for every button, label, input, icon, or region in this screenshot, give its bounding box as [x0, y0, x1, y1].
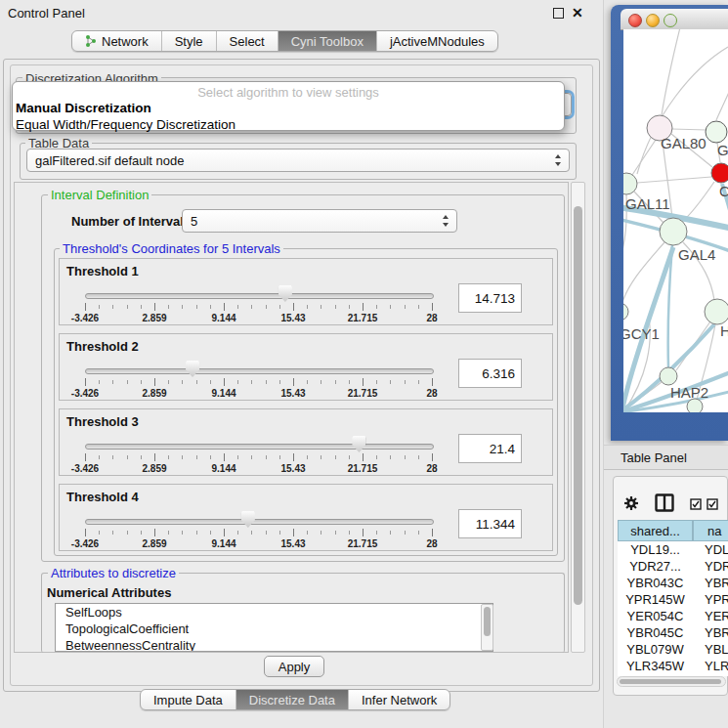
table-row[interactable]: YBR045CYBR0: [618, 624, 728, 641]
table-row[interactable]: YBL079WYBL0: [618, 641, 728, 658]
node-selected-red[interactable]: [711, 163, 728, 183]
slider-ticks: [81, 529, 436, 537]
table-row[interactable]: YBR043CYBR0: [618, 575, 728, 591]
threshold-2-value-field[interactable]: 6.316: [458, 359, 522, 388]
slider-handle[interactable]: [241, 511, 255, 528]
cell[interactable]: YDR27...: [618, 558, 693, 575]
network-view-window[interactable]: GAL80 GA C GAL11 GAL4 GCY1 H HAP2: [611, 5, 728, 441]
table-row[interactable]: YLR345WYLR3: [618, 658, 728, 674]
control-panel-title: Control Panel: [8, 6, 85, 21]
close-icon[interactable]: ✕: [572, 8, 583, 19]
cell[interactable]: YDL1: [693, 541, 728, 558]
network-icon: [85, 34, 97, 48]
cell[interactable]: YLR345W: [618, 658, 693, 674]
list-item[interactable]: TopologicalCoefficient: [56, 621, 492, 637]
cell[interactable]: YBR045C: [618, 624, 693, 641]
node-gal11[interactable]: [623, 173, 637, 194]
threshold-1-label: Threshold 1: [66, 264, 139, 278]
slider-tick-labels: -3.4262.8599.14415.4321.71528: [81, 313, 436, 324]
slider-track[interactable]: [85, 519, 434, 525]
cell[interactable]: YDL19...: [618, 541, 693, 558]
tab-jactivemnodules[interactable]: jActiveMNodules: [377, 31, 497, 51]
table-panel-title: Table Panel: [621, 450, 687, 465]
settings-vertical-scrollbar[interactable]: [571, 182, 585, 653]
node-gcy1[interactable]: [623, 303, 628, 321]
slider-handle[interactable]: [352, 436, 365, 452]
split-panel-icon[interactable]: [655, 493, 674, 512]
dropdown-option-manual[interactable]: Manual Discretization: [13, 100, 564, 116]
slider-track[interactable]: [85, 368, 434, 374]
scrollbar-thumb[interactable]: [484, 607, 491, 636]
numerical-attributes-list[interactable]: SelfLoops TopologicalCoefficient Between…: [55, 603, 493, 652]
combo-arrows-icon: [555, 154, 562, 166]
column-header-name[interactable]: na: [693, 520, 728, 541]
float-window-icon[interactable]: [553, 8, 564, 19]
tab-network[interactable]: Network: [72, 31, 162, 51]
tab-cyni-toolbox[interactable]: Cyni Toolbox: [278, 31, 377, 51]
close-traffic-light[interactable]: [628, 14, 642, 27]
threshold-1-value-field[interactable]: 14.713: [458, 283, 522, 313]
threshold-4-slider[interactable]: -3.4262.8599.14415.4321.71528: [81, 510, 436, 551]
threshold-1-slider[interactable]: -3.4262.8599.14415.4321.71528: [81, 284, 436, 325]
num-intervals-label: Number of Intervals: [71, 214, 191, 229]
table-row[interactable]: YDR27...YDR2: [618, 558, 728, 575]
node-right-mid[interactable]: [705, 299, 728, 324]
dropdown-option-equal-width[interactable]: Equal Width/Frequency Discretization: [13, 116, 564, 133]
slider-track[interactable]: [85, 293, 434, 299]
gear-icon[interactable]: [623, 495, 639, 511]
tab-style[interactable]: Style: [162, 31, 217, 51]
table-horizontal-scrollbar[interactable]: [617, 676, 726, 687]
network-window-titlebar[interactable]: [621, 9, 728, 30]
minimize-traffic-light[interactable]: [646, 14, 660, 27]
tab-select[interactable]: Select: [217, 31, 278, 51]
node-label-gal11: GAL11: [625, 195, 670, 212]
threshold-2-slider[interactable]: -3.4262.8599.14415.4321.71528: [81, 360, 436, 401]
cell[interactable]: YER054C: [618, 608, 693, 624]
node-hap2[interactable]: [660, 367, 677, 385]
cell[interactable]: YPR145W: [618, 591, 693, 608]
slider-handle[interactable]: [186, 361, 199, 377]
cell[interactable]: YBR043C: [618, 575, 693, 591]
checkbox-checked-icon[interactable]: [707, 498, 718, 510]
scrollbar-thumb[interactable]: [574, 206, 582, 605]
tab-infer-network[interactable]: Infer Network: [349, 690, 450, 709]
cell[interactable]: YBR0: [693, 575, 728, 591]
node-right-top[interactable]: [706, 121, 727, 143]
num-intervals-combobox[interactable]: 5: [182, 209, 457, 233]
apply-button[interactable]: Apply: [264, 656, 324, 677]
network-canvas[interactable]: GAL80 GA C GAL11 GAL4 GCY1 H HAP2: [623, 29, 728, 412]
cell[interactable]: YBR0: [693, 624, 728, 641]
numerical-attributes-label: Numerical Attributes: [47, 585, 171, 600]
tab-impute-data[interactable]: Impute Data: [141, 690, 236, 709]
table-data-combobox[interactable]: galFiltered.sif default node: [26, 149, 570, 172]
cell[interactable]: YPR1: [693, 591, 728, 608]
checkbox-checked-icon[interactable]: [690, 498, 702, 510]
cell[interactable]: YBL0: [693, 641, 728, 658]
cell[interactable]: YLR3: [693, 658, 728, 674]
slider-track[interactable]: [85, 444, 434, 450]
threshold-3-slider[interactable]: -3.4262.8599.14415.4321.71528: [81, 435, 436, 476]
table-row[interactable]: YDL19...YDL1: [618, 541, 728, 558]
tab-cyni-toolbox-label: Cyni Toolbox: [291, 34, 364, 49]
node-gal4[interactable]: [660, 218, 687, 245]
node-bottom[interactable]: [687, 399, 703, 412]
threshold-4-value-field[interactable]: 11.344: [458, 509, 522, 538]
table-row[interactable]: YER054CYER0: [618, 608, 728, 624]
cell[interactable]: YDR2: [693, 558, 728, 575]
attributes-list-scrollbar[interactable]: [481, 604, 493, 651]
tab-style-label: Style: [175, 34, 203, 49]
table-row[interactable]: YPR145WYPR1: [618, 591, 728, 608]
table-rows[interactable]: YDL19...YDL1 YDR27...YDR2 YBR043CYBR0 YP…: [618, 541, 728, 676]
slider-handle[interactable]: [278, 285, 292, 302]
list-item[interactable]: BetweennessCentrality: [56, 637, 492, 652]
zoom-traffic-light[interactable]: [664, 14, 677, 27]
cell[interactable]: YBL079W: [618, 641, 693, 658]
cell[interactable]: YER0: [693, 608, 728, 624]
scrollbar-thumb[interactable]: [620, 679, 721, 684]
tab-jactivemnodules-label: jActiveMNodules: [390, 34, 485, 49]
tab-discretize-data[interactable]: Discretize Data: [236, 690, 349, 709]
column-header-shared-name[interactable]: shared...: [618, 520, 693, 541]
list-item[interactable]: SelfLoops: [56, 604, 492, 621]
threshold-3-value-field[interactable]: 21.4: [458, 434, 522, 463]
screen: Control Panel ✕ Network Style Select Cyn…: [0, 0, 728, 728]
